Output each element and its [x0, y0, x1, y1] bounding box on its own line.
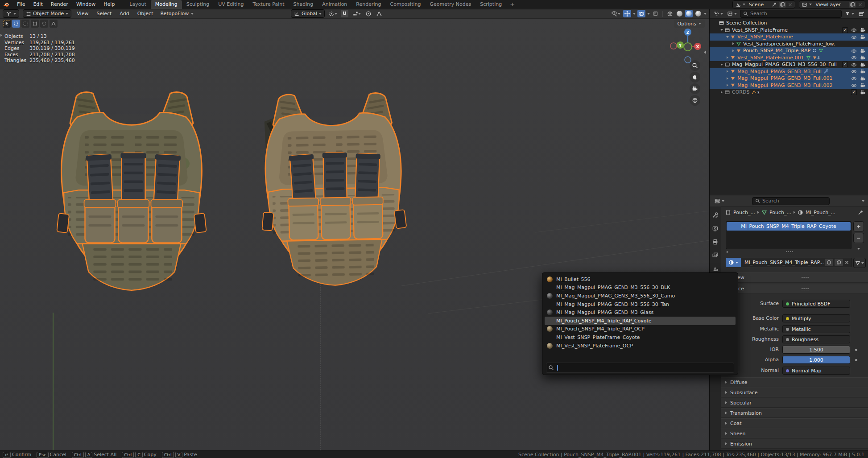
panel-emission-header[interactable]: Emission — [721, 439, 868, 449]
expander-icon[interactable] — [725, 77, 730, 80]
perspective-toggle-button[interactable] — [690, 95, 700, 106]
panel-specular-header[interactable]: Specular — [721, 398, 868, 408]
overlays-toggle[interactable] — [637, 10, 645, 17]
collection-checkbox[interactable]: ✓ — [851, 89, 857, 95]
expander-icon[interactable] — [719, 91, 724, 94]
expander-icon[interactable] — [725, 84, 730, 87]
navigation-gizmo[interactable]: Z Y X — [666, 25, 707, 66]
workspace-tab-texture-paint[interactable]: Texture Paint — [248, 0, 289, 9]
workspace-tab-compositing[interactable]: Compositing — [386, 0, 426, 9]
outliner-row[interactable]: CORDS3✓ — [710, 89, 868, 96]
tweak-tool-button[interactable] — [3, 20, 11, 28]
expander-icon[interactable] — [725, 36, 730, 38]
panel-diffuse-header[interactable]: Diffuse — [721, 377, 868, 387]
select-mode-extend-button[interactable] — [21, 20, 29, 28]
pivot-point-selector[interactable] — [327, 10, 338, 17]
close-icon[interactable] — [858, 2, 863, 7]
workspace-tab-rendering[interactable]: Rendering — [351, 0, 385, 9]
menu-file[interactable]: File — [13, 0, 29, 9]
new-scene-button[interactable] — [779, 2, 786, 8]
outliner-row[interactable]: Scene Collection — [710, 20, 868, 27]
outliner-display-mode[interactable] — [726, 10, 738, 17]
disable-render-toggle[interactable] — [860, 27, 866, 33]
viewport-menu-add[interactable]: Add — [118, 11, 131, 17]
shading-material-button[interactable] — [685, 10, 693, 17]
outliner-row[interactable]: Vest_SNSP_PlateFrame.0014 — [710, 54, 868, 62]
disable-render-toggle[interactable] — [860, 83, 866, 89]
menu-help[interactable]: Help — [99, 0, 119, 9]
select-circle-tool-button[interactable] — [40, 20, 48, 28]
outliner-row[interactable]: Vest_SNSP_PlateFrame — [710, 33, 868, 41]
proportional-falloff-selector[interactable] — [375, 10, 383, 17]
select-lasso-tool-button[interactable] — [50, 20, 58, 28]
outliner-row[interactable]: Vest_SNSP_PlateFrame✓ — [710, 27, 868, 34]
disable-render-toggle[interactable] — [860, 55, 866, 61]
vest-model-left[interactable] — [39, 89, 224, 301]
viewport-menu-select[interactable]: Select — [95, 11, 113, 17]
outliner-row[interactable]: Mag_Magpul_PMAG_GEN3_M3_Full — [710, 68, 868, 75]
expander-icon[interactable] — [725, 70, 730, 73]
workspace-tab-modeling[interactable]: Modeling — [151, 0, 182, 9]
outliner-filter-button[interactable] — [844, 10, 855, 17]
menu-render[interactable]: Render — [47, 0, 72, 9]
camera-view-button[interactable] — [690, 83, 700, 94]
menu-retopoflow[interactable]: RetopoFlow — [158, 11, 195, 17]
workspace-tab-sculpting[interactable]: Sculpting — [182, 0, 214, 9]
workspace-tab-layout[interactable]: Layout — [125, 0, 150, 9]
menu-edit[interactable]: Edit — [29, 0, 46, 9]
tab-scene[interactable] — [712, 265, 719, 272]
gizmo-minus-x-ball[interactable] — [670, 43, 677, 49]
outliner-editor-selector[interactable] — [712, 10, 724, 17]
material-popup-item[interactable]: MI_Mag_Magpul_PMAG_GEN3_M3_556_30_Tan — [545, 300, 736, 309]
shading-solid-button[interactable] — [676, 10, 683, 17]
workspace-tab-scripting[interactable]: Scripting — [475, 0, 506, 9]
hide-viewport-toggle[interactable] — [851, 34, 857, 40]
mode-selector[interactable]: Object Mode — [23, 9, 71, 18]
new-collection-button[interactable] — [857, 10, 865, 17]
popup-search-input[interactable] — [546, 363, 734, 373]
tab-render[interactable] — [712, 225, 719, 232]
disable-render-toggle[interactable] — [860, 62, 866, 68]
panel-coat-header[interactable]: Coat — [721, 418, 868, 428]
outliner-row[interactable]: Mag_Magpul_PMAG_GEN3_M3_Full.001 — [710, 75, 868, 82]
expander-icon[interactable] — [731, 42, 736, 45]
tab-output[interactable] — [712, 239, 719, 245]
snap-toggle[interactable] — [341, 10, 348, 17]
viewport-menu-object[interactable]: Object — [136, 11, 155, 17]
viewlayer-selector[interactable]: ViewLayer — [799, 0, 865, 8]
hide-viewport-toggle[interactable] — [851, 27, 857, 33]
shading-rendered-button[interactable] — [694, 10, 702, 17]
transform-orientation-selector[interactable]: Global — [291, 9, 325, 18]
viewport-3d[interactable]: Objects13 / 13Vertices119,261 / 119,261E… — [0, 18, 709, 450]
workspace-tab-geometry-nodes[interactable]: Geometry Nodes — [425, 0, 475, 9]
material-popup-item[interactable]: MI_Bullet_556 — [545, 275, 736, 284]
expander-icon[interactable] — [719, 64, 724, 66]
panel-sheen-header[interactable]: Sheen — [721, 429, 868, 438]
workspace-tab-animation[interactable]: Animation — [318, 0, 351, 9]
material-popup-item[interactable]: MI_Vest_SNSP_PlateFrame_OCP — [545, 342, 736, 350]
hide-viewport-toggle[interactable] — [851, 55, 857, 61]
collection-checkbox[interactable]: ✓ — [842, 62, 848, 67]
close-icon[interactable] — [788, 2, 793, 7]
expander-icon[interactable] — [725, 56, 730, 59]
disable-render-toggle[interactable] — [860, 89, 866, 95]
outliner-search-input[interactable]: Search — [740, 10, 842, 18]
vest-model-right[interactable] — [243, 85, 425, 302]
pin-icon[interactable] — [772, 2, 777, 7]
workspace-tab-uv-editing[interactable]: UV Editing — [214, 0, 248, 9]
gizmo-minus-y-ball[interactable] — [684, 43, 692, 51]
shading-wireframe-button[interactable] — [666, 10, 674, 17]
outliner-row[interactable]: Vest_Sandsprecision_PlateFrame_low. — [710, 41, 868, 48]
proportional-editing-toggle[interactable] — [364, 10, 372, 17]
scene-selector[interactable]: Scene — [732, 0, 796, 8]
stats-expander-icon[interactable] — [0, 34, 2, 37]
tab-tool[interactable] — [712, 212, 719, 219]
add-workspace-button[interactable]: + — [506, 0, 518, 9]
panel-subsurface-header[interactable]: Subsurface — [721, 388, 868, 397]
menu-window[interactable]: Window — [72, 0, 99, 9]
material-popup-item[interactable]: MI_Pouch_SNSP_M4_Triple_RAP_OCP — [545, 325, 736, 334]
outliner-row[interactable]: Mag_Magpul_PMAG_GEN3_M3_Full.002 — [710, 82, 868, 89]
new-viewlayer-button[interactable] — [849, 2, 856, 8]
disable-render-toggle[interactable] — [860, 75, 866, 82]
outliner-row[interactable]: Mag_Magpul_PMAG_GEN3_M3_556_30_Full✓ — [710, 61, 868, 68]
